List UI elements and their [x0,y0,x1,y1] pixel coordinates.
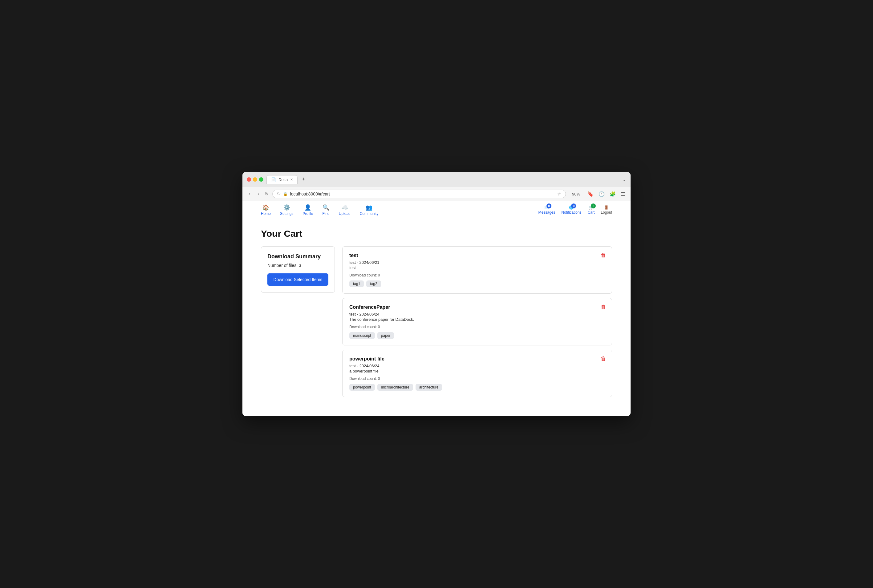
nav-home-label: Home [261,212,271,216]
download-summary-panel: Download Summary Number of files: 3 Down… [261,246,335,293]
minimize-button[interactable] [253,177,257,182]
active-tab[interactable]: 📄 Delta ✕ [266,175,298,184]
nav-messages-label: Messages [538,210,555,214]
cart-item-meta: test - 2024/06/21 [349,260,605,265]
extension-icon[interactable]: 🧩 [609,190,617,198]
cart-item-meta: test - 2024/06/24 [349,364,605,368]
cart-item-download-count: Download count: 0 [349,273,605,278]
tag: tag2 [366,280,381,287]
nav-upload-label: Upload [339,212,350,216]
browser-window: 📄 Delta ✕ + ⌄ ‹ › ↻ 🛡 🔒 localhost:8000/#… [242,172,631,416]
address-bar[interactable]: 🛡 🔒 localhost:8000/#/cart ☆ [272,190,566,198]
nav-community[interactable]: 👥 Community [360,204,379,216]
nav-upload[interactable]: ☁️ Upload [339,204,350,216]
tab-close-icon[interactable]: ✕ [290,178,293,182]
menu-icon[interactable]: ☰ [619,190,626,198]
cart-item-download-count: Download count: 0 [349,376,605,381]
download-selected-button[interactable]: Download Selected Items [267,273,328,286]
delete-item-3-button[interactable]: 🗑 [601,356,606,362]
url-text: localhost:8000/#/cart [290,192,555,196]
cart-icon-wrap: 🛒 3 [589,206,593,210]
nav-notifications[interactable]: 🌐 0 Notifications [561,206,581,214]
tag: manuscript [349,332,375,339]
summary-file-count: Number of files: 3 [267,263,328,268]
cart-item-tags: tag1 tag2 [349,280,605,287]
maximize-button[interactable] [259,177,263,182]
cart-item-description: test [349,266,605,270]
cart-item-title: powerpoint file [349,356,605,362]
app-nav: 🏠 Home ⚙️ Settings 👤 Profile 🔍 Find ☁️ U… [242,201,631,219]
cart-item-download-count: Download count: 0 [349,325,605,329]
cart-item: 🗑 test test - 2024/06/21 test Download c… [342,246,612,294]
close-button[interactable] [247,177,251,182]
settings-icon: ⚙️ [283,204,290,211]
messages-badge: 0 [547,204,551,208]
cart-item-description: The conference paper for DataDock. [349,317,605,322]
cart-item-tags: powerpoint microarchitecture architectur… [349,384,605,391]
tab-label: Delta [278,177,288,182]
bookmark-icon[interactable]: 🔖 [586,190,595,198]
nav-profile-label: Profile [302,212,313,216]
nav-cart-label: Cart [588,210,595,214]
zoom-level: 90% [569,192,583,196]
notifications-badge: 0 [571,204,576,208]
app-nav-left: 🏠 Home ⚙️ Settings 👤 Profile 🔍 Find ☁️ U… [261,204,378,216]
main-content: Your Cart Download Summary Number of fil… [242,219,631,416]
refresh-button[interactable]: ↻ [265,192,269,196]
back-button[interactable]: ‹ [247,190,252,197]
nav-profile[interactable]: 👤 Profile [302,204,313,216]
tag: microarchitecture [377,384,413,391]
shield-icon: 🛡 [277,192,281,196]
nav-right-icons: 🔖 🕐 🧩 ☰ [586,190,626,198]
tag: tag1 [349,280,364,287]
tab-bar: 📄 Delta ✕ + [266,175,619,184]
cart-item-tags: manuscript paper [349,332,605,339]
nav-home[interactable]: 🏠 Home [261,204,271,216]
tag: architecture [416,384,442,391]
logout-icon: 🚪 [604,206,609,210]
nav-logout[interactable]: 🚪 Logout [601,206,612,214]
nav-cart[interactable]: 🛒 3 Cart [588,206,595,214]
summary-title: Download Summary [267,254,328,260]
history-icon[interactable]: 🕐 [597,190,606,198]
delete-item-1-button[interactable]: 🗑 [601,252,606,259]
nav-notifications-label: Notifications [561,210,581,214]
nav-settings[interactable]: ⚙️ Settings [280,204,293,216]
nav-logout-label: Logout [601,210,612,214]
traffic-lights [247,177,263,182]
forward-button[interactable]: › [256,190,261,197]
community-icon: 👥 [366,204,373,211]
app-nav-right: ✉️ 0 Messages 🌐 0 Notifications 🛒 3 Cart [538,206,612,214]
tag: paper [377,332,394,339]
cart-item: 🗑 powerpoint file test - 2024/06/24 a po… [342,350,612,397]
profile-icon: 👤 [304,204,311,211]
nav-find[interactable]: 🔍 Find [322,204,329,216]
notifications-icon-wrap: 🌐 0 [569,206,574,210]
page-title: Your Cart [261,228,612,239]
cart-items-list: 🗑 test test - 2024/06/21 test Download c… [342,246,612,402]
title-bar: 📄 Delta ✕ + ⌄ [242,172,631,187]
tag: powerpoint [349,384,375,391]
nav-messages[interactable]: ✉️ 0 Messages [538,206,555,214]
nav-find-label: Find [322,212,329,216]
cart-layout: Download Summary Number of files: 3 Down… [261,246,612,402]
bookmark-star-icon[interactable]: ☆ [557,192,561,196]
cart-item-description: a powerpoint file [349,369,605,374]
messages-icon-wrap: ✉️ 0 [544,206,549,210]
cart-item-title: ConferencePaper [349,304,605,310]
cart-item: 🗑 ConferencePaper test - 2024/06/24 The … [342,298,612,345]
cart-item-title: test [349,253,605,258]
home-icon: 🏠 [263,204,269,211]
lock-icon: 🔒 [283,192,288,196]
tab-page-icon: 📄 [271,177,276,182]
nav-bar: ‹ › ↻ 🛡 🔒 localhost:8000/#/cart ☆ 90% 🔖 … [242,187,631,201]
nav-community-label: Community [360,212,379,216]
nav-settings-label: Settings [280,212,293,216]
upload-icon: ☁️ [341,204,348,211]
new-tab-button[interactable]: + [299,175,308,184]
window-controls-right: ⌄ [622,176,626,182]
delete-item-2-button[interactable]: 🗑 [601,304,606,310]
find-icon: 🔍 [323,204,329,211]
cart-badge: 3 [591,204,596,208]
cart-item-meta: test - 2024/06/24 [349,312,605,316]
